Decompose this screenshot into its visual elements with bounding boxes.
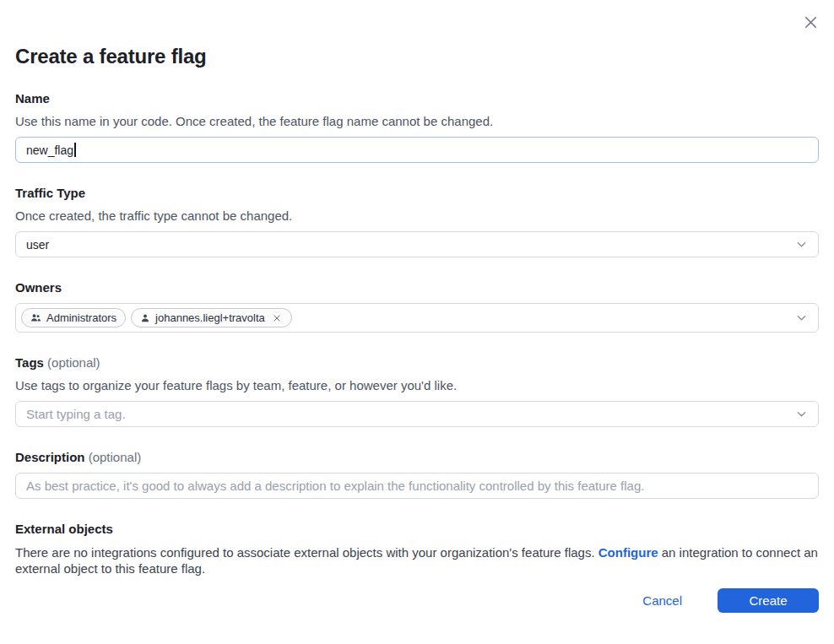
external-objects-label: External objects: [15, 522, 113, 536]
modal-title: Create a feature flag: [15, 0, 819, 68]
external-objects-text: There are no integrations configured to …: [15, 544, 819, 576]
traffic-type-select[interactable]: user: [15, 231, 819, 257]
create-button[interactable]: Create: [718, 588, 819, 613]
tags-placeholder: Start typing a tag.: [26, 407, 126, 421]
name-label: Name: [15, 91, 50, 106]
owners-multiselect[interactable]: Administrators johannes.liegl+travolta: [15, 303, 819, 333]
person-icon: [140, 313, 150, 323]
owner-chip-administrators[interactable]: Administrators: [21, 308, 126, 327]
tags-help-text: Use tags to organize your feature flags …: [15, 377, 819, 393]
external-text-before: There are no integrations configured to …: [15, 545, 598, 560]
chevron-down-icon: [795, 238, 808, 251]
group-icon: [30, 312, 41, 323]
close-button[interactable]: [799, 13, 821, 35]
owner-chip-label: Administrators: [46, 311, 116, 324]
tags-field-section: Tags (optional) Use tags to organize you…: [15, 355, 819, 427]
description-optional-tag: (optional): [89, 450, 142, 464]
chevron-down-icon: [795, 311, 808, 324]
name-input-value: new_flag: [26, 143, 73, 157]
modal-footer: Cancel Create: [642, 588, 819, 613]
owner-chip-user[interactable]: johannes.liegl+travolta: [131, 308, 292, 327]
external-objects-section: External objects There are no integratio…: [15, 522, 819, 576]
configure-link[interactable]: Configure: [598, 545, 658, 560]
tags-select[interactable]: Start typing a tag.: [15, 401, 819, 427]
chip-remove-icon[interactable]: [271, 312, 283, 324]
description-label: Description: [15, 450, 85, 464]
chevron-down-icon: [795, 408, 808, 420]
traffic-type-help-text: Once created, the traffic type cannot be…: [15, 208, 819, 224]
close-icon: [801, 13, 820, 35]
name-field-section: Name Use this name in your code. Once cr…: [15, 91, 819, 163]
tags-label: Tags: [15, 355, 44, 370]
traffic-type-label: Traffic Type: [15, 186, 85, 200]
tags-optional-tag: (optional): [47, 355, 100, 370]
name-help-text: Use this name in your code. Once created…: [15, 113, 819, 129]
text-caret: [74, 143, 76, 157]
cancel-button[interactable]: Cancel: [642, 593, 682, 608]
description-input[interactable]: [15, 473, 819, 499]
traffic-type-value: user: [26, 238, 49, 252]
name-input[interactable]: new_flag: [15, 137, 819, 163]
owners-field-section: Owners Administrators johannes.liegl+tra…: [15, 280, 819, 333]
owners-label: Owners: [15, 280, 62, 295]
create-feature-flag-modal: Create a feature flag Name Use this name…: [0, 0, 834, 644]
traffic-type-field-section: Traffic Type Once created, the traffic t…: [15, 186, 819, 257]
description-field-section: Description (optional): [15, 450, 819, 499]
owner-chip-label: johannes.liegl+travolta: [155, 311, 265, 324]
